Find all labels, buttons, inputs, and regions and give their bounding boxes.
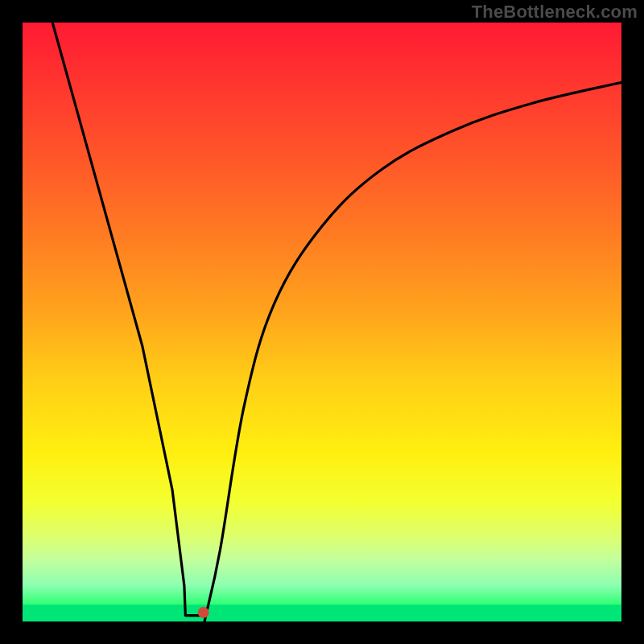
chart-frame: TheBottleneck.com: [0, 0, 644, 644]
chart-svg: [23, 23, 621, 621]
watermark-text: TheBottleneck.com: [472, 2, 638, 23]
bottleneck-curve: [52, 23, 621, 621]
minimum-marker: [198, 607, 209, 618]
plot-area: [23, 23, 621, 621]
